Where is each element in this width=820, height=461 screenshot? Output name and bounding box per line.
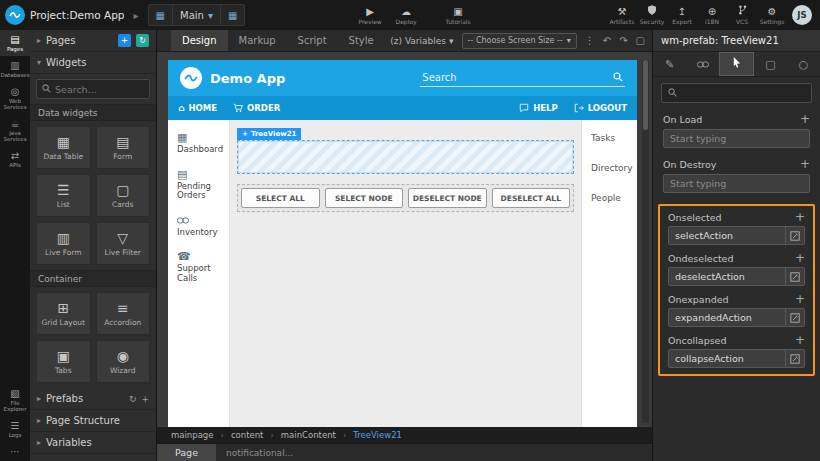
edit-action-icon[interactable] [785, 227, 804, 244]
properties-search[interactable] [661, 83, 812, 103]
kebab-menu-icon[interactable]: ⋮ [585, 35, 595, 46]
breadcrumb-mainpage[interactable]: mainpage [171, 430, 213, 440]
page-dropdown[interactable]: Main ▾ [172, 5, 220, 25]
widgets-section-header[interactable]: ▾ Widgets [30, 52, 156, 74]
widget-tile-live-form[interactable]: ▥Live Form [36, 222, 91, 265]
prefabs-section-header[interactable]: ▸ Prefabs ↻ + [30, 388, 156, 410]
breadcrumb-maincontent[interactable]: mainContent [263, 430, 335, 440]
widget-tile-accordion[interactable]: ≡Accordion [96, 292, 151, 335]
tab-design[interactable]: Design [171, 30, 228, 51]
on-load-input[interactable] [664, 133, 809, 144]
add-prefab-button[interactable]: + [141, 394, 149, 404]
undo-icon[interactable]: ↶ [603, 35, 611, 46]
app-search-input[interactable] [422, 72, 607, 83]
security-button[interactable]: Security [637, 5, 667, 25]
rail-item-logs[interactable]: ☰ Logs [0, 416, 30, 442]
nav-logout[interactable]: LOGOUT [574, 103, 627, 113]
i18n-button[interactable]: ⊕ i18N [697, 6, 727, 25]
treeview-selection-label[interactable]: + TreeView21 [237, 128, 301, 140]
ondeselected-field[interactable]: deselectAction [668, 267, 805, 286]
select-node-button[interactable]: SELECT NODE [325, 188, 404, 208]
select-all-button[interactable]: SELECT ALL [241, 188, 320, 208]
add-on-load-button[interactable]: + [800, 113, 810, 125]
tab-style[interactable]: Style [338, 30, 385, 51]
add-onexpanded-button[interactable]: + [795, 293, 805, 305]
properties-search-input[interactable] [682, 88, 805, 99]
edit-action-icon[interactable] [785, 309, 804, 326]
edit-action-icon[interactable] [785, 268, 804, 285]
redo-icon[interactable]: ↷ [619, 35, 627, 46]
tab-markup[interactable]: Markup [228, 30, 287, 51]
variables-section-header[interactable]: ▸ Variables [30, 432, 156, 454]
app-search[interactable] [420, 70, 625, 87]
rail-item-file-explorer[interactable]: ▧ File Explorer [0, 384, 30, 416]
screen-size-select[interactable]: -- Choose Screen Size -- ▾ [462, 33, 577, 49]
edit-action-icon[interactable] [785, 350, 804, 367]
right-menu-people[interactable]: People [591, 193, 637, 203]
treeview-selected-area[interactable] [237, 140, 574, 174]
variables-menu-button[interactable]: (z) Variables ▾ [390, 36, 453, 46]
studio-logo[interactable] [0, 0, 30, 30]
onexpanded-field[interactable]: expandedAction [668, 308, 805, 327]
rail-item-web-services[interactable]: ◎ Web Services [0, 82, 30, 114]
screen-icon[interactable]: ▢ [636, 35, 645, 46]
deselect-node-button[interactable]: DESELECT NODE [408, 188, 487, 208]
user-avatar[interactable]: JS [792, 5, 812, 25]
add-on-destroy-button[interactable]: + [800, 158, 810, 170]
deselect-all-button[interactable]: DESELECT ALL [492, 188, 571, 208]
tab-events[interactable] [719, 52, 754, 76]
widget-tile-grid-layout[interactable]: ⊞Grid Layout [36, 292, 91, 335]
add-ondeselected-button[interactable]: + [795, 252, 805, 264]
widget-tile-data-table[interactable]: ▦Data Table [36, 126, 91, 169]
pages-section-header[interactable]: ▸ Pages + ↻ [30, 30, 156, 52]
rail-item-java-services[interactable]: ☕ Java Services [0, 114, 30, 146]
right-menu-tasks[interactable]: Tasks [591, 133, 637, 143]
settings-button[interactable]: ⚙ Settings [757, 6, 787, 25]
page-tab[interactable]: Page [157, 444, 216, 461]
tab-styles[interactable]: ✎ [653, 52, 686, 76]
artifacts-button[interactable]: ⚒ Artifacts [607, 6, 637, 25]
tab-bindings[interactable] [686, 52, 719, 76]
layout-grid-button[interactable]: ▦ [220, 5, 244, 25]
tab-script[interactable]: Script [287, 30, 338, 51]
tab-layout[interactable]: ▢ [754, 52, 787, 76]
widget-tile-list[interactable]: ☰List [36, 174, 91, 217]
rail-item-apis[interactable]: ⇄ APIs [0, 146, 30, 172]
widget-tile-tabs[interactable]: ▣Tabs [36, 340, 91, 383]
widget-search-input[interactable] [55, 84, 144, 95]
refresh-pages-button[interactable]: ↻ [136, 34, 149, 47]
on-destroy-field[interactable] [663, 174, 810, 193]
rail-item-more[interactable]: ⋯ [0, 442, 30, 461]
widget-tile-form[interactable]: ▤Form [96, 126, 151, 169]
on-load-field[interactable] [663, 129, 810, 148]
treeview-widget[interactable]: + TreeView21 [237, 127, 574, 174]
tutorials-button[interactable]: ▣ Tutorials [440, 6, 476, 25]
vcs-button[interactable]: VCS [727, 5, 757, 25]
widget-tile-cards[interactable]: ▢Cards [96, 174, 151, 217]
widget-tile-wizard[interactable]: ◉Wizard [96, 340, 151, 383]
menu-item-pending-orders[interactable]: ▤ Pending Orders [177, 169, 226, 201]
oncollapsed-field[interactable]: collapseAction [668, 349, 805, 368]
deploy-button[interactable]: ☁ Deploy [388, 6, 424, 25]
nav-order[interactable]: ORDER [233, 103, 280, 113]
project-name[interactable]: Project:Demo App [30, 9, 125, 21]
menu-item-dashboard[interactable]: ▦ Dashboard [177, 132, 226, 155]
export-button[interactable]: ↥ Export [667, 6, 697, 25]
page-grid-button[interactable]: ▦ [149, 5, 172, 25]
canvas-scrollbar[interactable] [642, 60, 649, 423]
right-menu-directory[interactable]: Directory [591, 163, 637, 173]
breadcrumb-treeview21[interactable]: TreeView21 [336, 430, 402, 440]
rail-item-databases[interactable]: ▥ Databases [0, 56, 30, 82]
add-onselected-button[interactable]: + [795, 211, 805, 223]
nav-help[interactable]: HELP [519, 103, 558, 113]
add-oncollapsed-button[interactable]: + [795, 334, 805, 346]
add-page-button[interactable]: + [118, 34, 131, 47]
scrollbar-thumb[interactable] [643, 60, 648, 130]
breadcrumb-content[interactable]: content [213, 430, 263, 440]
menu-item-support-calls[interactable]: ☎ Support Calls [177, 251, 226, 283]
preview-button[interactable]: ▶ Preview [352, 6, 388, 25]
tab-advanced[interactable]: ○ [787, 52, 820, 76]
widget-tile-live-filter[interactable]: ▽Live Filter [96, 222, 151, 265]
widget-search[interactable] [36, 79, 150, 99]
rail-item-pages[interactable]: ▤ Pages [0, 30, 30, 56]
